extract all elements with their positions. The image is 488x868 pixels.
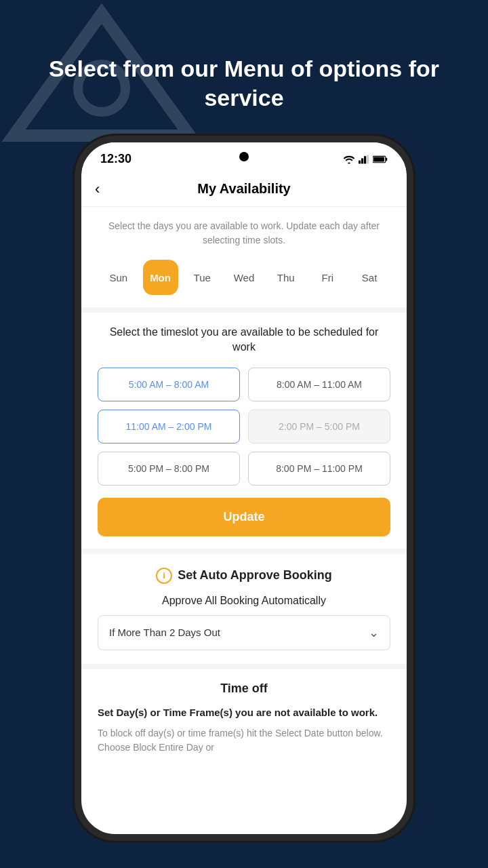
scrollable-content[interactable]: Select the days you are available to wor…: [81, 207, 407, 827]
timeslot-5pm-8pm[interactable]: 5:00 PM – 8:00 PM: [98, 452, 240, 486]
svg-rect-2: [359, 160, 361, 163]
timeslot-8am-11am[interactable]: 8:00 AM – 11:00 AM: [248, 368, 390, 401]
auto-approve-title-row: i Set Auto Approve Booking: [98, 568, 390, 584]
day-mon[interactable]: Mon: [143, 260, 178, 295]
time-off-title: Time off: [98, 682, 390, 696]
dropdown-value: If More Than 2 Days Out: [109, 627, 220, 638]
svg-rect-3: [361, 158, 363, 163]
timeslot-grid: 5:00 AM – 8:00 AM 8:00 AM – 11:00 AM 11:…: [98, 368, 390, 486]
timeslot-title: Select the timeslot you are available to…: [98, 325, 390, 355]
day-sat[interactable]: Sat: [352, 260, 387, 295]
status-icons: [343, 155, 388, 164]
svg-rect-7: [386, 157, 387, 161]
svg-rect-5: [367, 155, 369, 163]
time-off-desc-body: To block off day(s) or time frame(s) hit…: [98, 726, 390, 755]
phone-frame: 12:30 ‹ My Availability: [81, 142, 407, 834]
day-sun[interactable]: Sun: [101, 260, 136, 295]
svg-rect-8: [373, 157, 384, 161]
day-thu[interactable]: Thu: [268, 260, 304, 295]
days-row: Sun Mon Tue Wed Thu Fri Sat: [98, 260, 390, 295]
approve-label: Approve All Booking Automatically: [98, 595, 390, 607]
auto-approve-title: Set Auto Approve Booking: [178, 568, 332, 583]
screen-title: My Availability: [197, 181, 290, 197]
camera-notch: [239, 152, 249, 161]
update-button[interactable]: Update: [98, 498, 390, 536]
timeslot-8pm-11pm[interactable]: 8:00 PM – 11:00 PM: [248, 452, 390, 486]
timeslot-5am-8am[interactable]: 5:00 AM – 8:00 AM: [98, 368, 240, 401]
page-header-title: Select from our Menu of options for serv…: [0, 54, 488, 112]
auto-approve-dropdown[interactable]: If More Than 2 Days Out ⌄: [98, 615, 390, 650]
svg-rect-4: [364, 156, 366, 163]
timeslot-2pm-5pm[interactable]: 2:00 PM – 5:00 PM: [248, 410, 390, 443]
dropdown-chevron-icon: ⌄: [369, 625, 379, 640]
day-wed[interactable]: Wed: [226, 260, 262, 295]
battery-icon: [373, 155, 388, 163]
time-off-section: Time off Set Day(s) or Time Frame(s) you…: [81, 669, 407, 767]
availability-instruction: Select the days you are available to wor…: [98, 219, 390, 248]
back-button[interactable]: ‹: [95, 180, 100, 198]
time-off-desc-title: Set Day(s) or Time Frame(s) you are not …: [98, 705, 390, 719]
app-header: ‹ My Availability: [81, 172, 407, 207]
day-fri[interactable]: Fri: [310, 260, 345, 295]
info-icon: i: [156, 568, 172, 584]
timeslot-section: Select the timeslot you are available to…: [81, 313, 407, 554]
status-time: 12:30: [100, 152, 131, 166]
wifi-icon: [343, 155, 355, 164]
auto-approve-section: i Set Auto Approve Booking Approve All B…: [81, 554, 407, 669]
day-tue[interactable]: Tue: [184, 260, 220, 295]
availability-section: Select the days you are available to wor…: [81, 207, 407, 313]
signal-icon: [359, 155, 369, 164]
status-bar: 12:30: [81, 142, 407, 172]
timeslot-11am-2pm[interactable]: 11:00 AM – 2:00 PM: [98, 410, 240, 443]
